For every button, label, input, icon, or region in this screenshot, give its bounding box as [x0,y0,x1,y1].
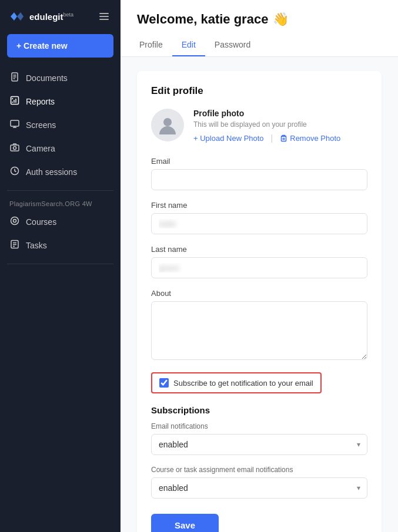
reports-icon [9,96,20,107]
svg-point-21 [163,118,172,126]
photo-divider: | [271,133,273,143]
course-notif-label: Course or task assignment email notifica… [151,466,367,474]
subscriptions-title: Subscriptions [151,405,367,415]
email-notif-select[interactable]: enabled disabled [151,434,367,455]
main-content: Welcome, katie grace 👋 Profile Edit Pass… [121,0,398,532]
auth-sessions-icon [9,166,20,178]
edit-profile-card: Edit profile Profile photo This will be … [137,71,382,532]
logo-area: edulegitbeta [0,0,121,29]
sidebar-item-reports[interactable]: Reports [4,90,117,113]
firstname-label: First name [151,201,367,210]
photo-row: Profile photo This will be displayed on … [151,109,367,143]
about-label: About [151,289,367,298]
courses-icon [9,216,20,228]
email-field[interactable] [151,169,367,190]
save-button[interactable]: Save [151,514,219,532]
lastname-label: Last name [151,245,367,254]
sidebar-item-label: Tasks [26,241,47,250]
tab-password[interactable]: Password [205,35,260,56]
sub-nav: Courses Tasks [0,211,121,257]
logo-text: edulegitbeta [29,12,73,22]
remove-photo-label: Remove Photo [290,134,340,143]
about-field[interactable] [151,301,367,360]
subscribe-row: Subscribe to get notification to your em… [151,372,322,393]
sidebar-divider-2 [7,264,113,264]
avatar [151,109,184,142]
sidebar-divider [7,190,113,191]
document-icon [9,72,20,84]
photo-actions: + Upload New Photo | Remove Photo [193,133,340,143]
email-notif-group: Email notifications enabled disabled ▾ [151,422,367,455]
firstname-group: First name [151,201,367,234]
sidebar-item-auth-sessions[interactable]: Auth sessions [4,161,117,183]
svg-rect-9 [11,120,19,126]
screens-icon [9,119,20,131]
sidebar-item-label: Reports [26,97,55,106]
create-new-button[interactable]: + Create new [7,34,113,58]
about-group: About [151,289,367,362]
welcome-title: Welcome, katie grace 👋 [137,12,382,27]
section-title: Edit profile [151,85,367,97]
svg-point-16 [14,220,16,223]
profile-tabs: Profile Edit Password [137,35,382,56]
course-notif-select[interactable]: enabled disabled [151,477,367,499]
subscribe-label: Subscribe to get notification to your em… [173,379,313,388]
email-notif-wrapper: enabled disabled ▾ [151,434,367,455]
section-label: PlagiarismSearch.ORG 4W [0,198,121,211]
photo-sub: This will be displayed on your profile [193,120,340,129]
logo-icon [9,11,25,22]
sidebar-item-documents[interactable]: Documents [4,67,117,89]
sidebar-item-courses[interactable]: Courses [4,211,117,233]
sidebar-item-label: Documents [26,73,68,83]
svg-point-13 [14,147,16,150]
svg-rect-12 [11,145,19,151]
svg-point-15 [11,217,19,225]
photo-label: Profile photo [193,109,340,118]
camera-icon [9,143,20,154]
main-nav: Documents Reports [0,67,121,183]
course-notif-group: Course or task assignment email notifica… [151,466,367,499]
sidebar-item-screens[interactable]: Screens [4,114,117,136]
hamburger-menu[interactable] [97,11,111,22]
tab-profile[interactable]: Profile [137,35,172,56]
sidebar-item-tasks[interactable]: Tasks [4,234,117,257]
sidebar-item-label: Camera [26,144,55,153]
tasks-icon [9,240,20,251]
lastname-field[interactable] [151,257,367,278]
svg-rect-4 [11,97,19,105]
firstname-field[interactable] [151,213,367,234]
svg-line-8 [12,98,13,99]
email-group: Email [151,157,367,190]
sidebar-item-label: Auth sessions [26,167,77,177]
sidebar-item-label: Screens [26,120,56,130]
remove-photo-button[interactable]: Remove Photo [280,134,340,143]
sidebar-item-camera[interactable]: Camera [4,137,117,160]
svg-rect-22 [282,136,286,142]
email-label: Email [151,157,367,166]
wave-emoji: 👋 [273,12,289,27]
tab-edit[interactable]: Edit [172,35,205,56]
course-notif-wrapper: enabled disabled ▾ [151,477,367,499]
lastname-group: Last name [151,245,367,278]
welcome-text: Welcome, katie grace [137,12,268,27]
sidebar: edulegitbeta + Create new Documents [0,0,121,532]
sidebar-item-label: Courses [26,217,56,227]
main-header: Welcome, katie grace 👋 Profile Edit Pass… [121,0,398,57]
trash-icon [280,134,287,142]
upload-photo-button[interactable]: + Upload New Photo [193,134,264,143]
photo-info: Profile photo This will be displayed on … [193,109,340,143]
edit-profile-content: Edit profile Profile photo This will be … [121,57,398,532]
email-notif-label: Email notifications [151,422,367,430]
subscribe-checkbox[interactable] [159,378,169,388]
